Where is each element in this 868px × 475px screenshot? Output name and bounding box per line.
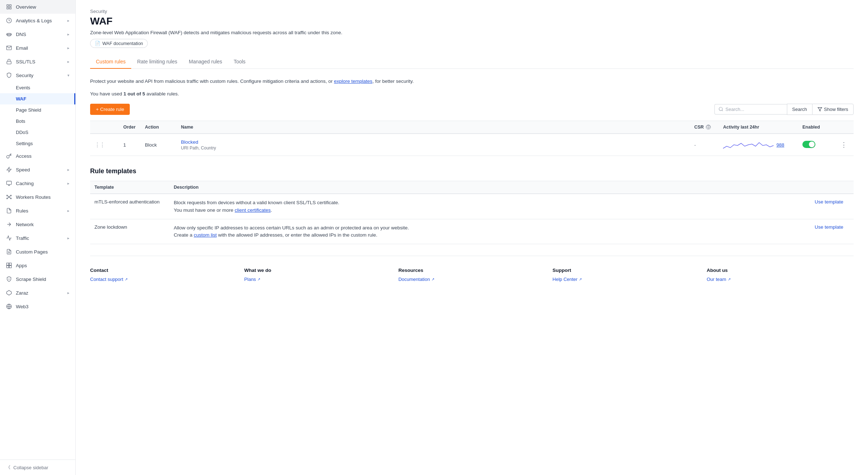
template-row-zone-lockdown: Zone lockdown Allow only specific IP add… xyxy=(90,219,854,244)
sidebar-item-dns-label: DNS xyxy=(16,32,26,37)
sidebar-item-speed[interactable]: Speed ▸ xyxy=(0,163,75,176)
drag-handle[interactable]: ⋮⋮ xyxy=(94,142,105,148)
page-label: Security xyxy=(90,9,854,14)
chevron-zaraz-icon: ▸ xyxy=(67,291,70,295)
sidebar-item-ssl-tls[interactable]: SSL/TLS ▸ xyxy=(0,55,75,68)
sidebar-item-workers-routes[interactable]: Workers Routes xyxy=(0,190,75,204)
footer-contact-support-link[interactable]: Contact support ↗ xyxy=(90,277,237,282)
client-cert-link[interactable]: client certificates xyxy=(235,207,271,213)
sidebar-item-scrape-shield-label: Scrape Shield xyxy=(16,277,46,282)
sidebar-item-scrape-shield[interactable]: Scrape Shield xyxy=(0,272,75,286)
use-template-button-mtls[interactable]: Use template xyxy=(815,199,843,205)
sidebar-item-web3-label: Web3 xyxy=(16,304,28,309)
footer-our-team-link[interactable]: Our team ↗ xyxy=(707,277,854,282)
shield-icon xyxy=(6,72,12,79)
sidebar-item-apps[interactable]: Apps xyxy=(0,259,75,272)
sparkline-chart xyxy=(723,138,774,151)
sidebar-item-ssl-label: SSL/TLS xyxy=(16,59,35,64)
footer-resources-title: Resources xyxy=(398,268,545,273)
tab-tools[interactable]: Tools xyxy=(228,55,251,69)
svg-point-31 xyxy=(719,107,722,111)
rule-sub-label: URI Path, Country xyxy=(181,145,686,151)
csr-info-icon[interactable]: ⓘ xyxy=(706,125,711,130)
collapse-sidebar-button[interactable]: 《 Collapse sidebar xyxy=(0,460,75,475)
sidebar-sub-page-shield-label: Page Shield xyxy=(16,107,41,113)
sidebar-item-email-label: Email xyxy=(16,45,28,51)
sidebar-item-caching[interactable]: Caching ▸ xyxy=(0,176,75,190)
sidebar-item-security-label: Security xyxy=(16,73,34,78)
svg-rect-8 xyxy=(7,61,11,64)
sidebar-item-email[interactable]: Email ▸ xyxy=(0,41,75,55)
svg-marker-10 xyxy=(7,167,11,172)
cache-icon xyxy=(6,180,12,187)
activity-cell: 988 xyxy=(719,134,798,156)
sidebar-item-traffic[interactable]: Traffic ▸ xyxy=(0,231,75,245)
name-cell: Blocked URI Path, Country xyxy=(177,134,690,156)
create-rule-label: + Create rule xyxy=(96,107,124,112)
explore-templates-link[interactable]: explore templates xyxy=(334,79,373,84)
rule-toggle[interactable] xyxy=(802,141,815,148)
sidebar-item-zaraz[interactable]: Zaraz ▸ xyxy=(0,286,75,300)
footer-col-about: About us Our team ↗ xyxy=(707,268,854,284)
svg-rect-23 xyxy=(6,263,9,265)
use-template-button-zone-lockdown[interactable]: Use template xyxy=(815,224,843,230)
protect-description: Protect your website and API from malici… xyxy=(90,77,854,85)
activity-count: 988 xyxy=(776,142,784,148)
sidebar-item-web3[interactable]: Web3 xyxy=(0,300,75,313)
search-input[interactable] xyxy=(726,107,783,112)
footer-plans-link[interactable]: Plans ↗ xyxy=(244,277,391,282)
svg-point-9 xyxy=(6,156,9,158)
more-actions-button[interactable]: ⋮ xyxy=(838,140,849,149)
sidebar-item-analytics[interactable]: Analytics & Logs ▸ xyxy=(0,14,75,27)
tab-rate-limiting[interactable]: Rate limiting rules xyxy=(131,55,183,69)
search-button[interactable]: Search xyxy=(787,104,812,115)
csr-cell: - xyxy=(690,134,719,156)
tab-managed-rules[interactable]: Managed rules xyxy=(183,55,228,69)
template-name-zone-lockdown: Zone lockdown xyxy=(90,219,169,244)
search-input-wrap xyxy=(714,104,787,115)
zaraz-icon xyxy=(6,290,12,296)
sidebar-item-caching-label: Caching xyxy=(16,181,34,186)
sidebar-item-rules[interactable]: Rules ▸ xyxy=(0,204,75,218)
main-content: Security WAF Zone-level Web Application … xyxy=(76,0,868,475)
sidebar-sub-settings-label: Settings xyxy=(16,141,33,146)
rule-name-link[interactable]: Blocked xyxy=(181,139,198,145)
page-title: WAF xyxy=(90,15,854,27)
sidebar-item-custom-pages[interactable]: Custom Pages xyxy=(0,245,75,259)
chevron-dns-icon: ▸ xyxy=(67,32,70,37)
footer-docs-link[interactable]: Documentation ↗ xyxy=(398,277,545,282)
sidebar-item-network[interactable]: Network xyxy=(0,218,75,231)
footer-what-we-do-title: What we do xyxy=(244,268,391,273)
sidebar-sub-page-shield[interactable]: Page Shield xyxy=(0,104,75,116)
show-filters-button[interactable]: Show filters xyxy=(812,104,854,115)
sidebar-item-custom-pages-label: Custom Pages xyxy=(16,249,48,255)
col-enabled: Enabled xyxy=(798,121,834,134)
sidebar-item-rules-label: Rules xyxy=(16,208,28,214)
table-row: ⋮⋮ 1 Block Blocked URI Path, Country - xyxy=(90,134,854,156)
tab-bar: Custom rules Rate limiting rules Managed… xyxy=(90,55,854,69)
email-icon xyxy=(6,45,12,51)
sidebar-item-workers-label: Workers Routes xyxy=(16,194,51,200)
rules-icon xyxy=(6,207,12,214)
footer-col-support: Support Help Center ↗ xyxy=(553,268,700,284)
svg-line-17 xyxy=(8,196,9,197)
waf-doc-link[interactable]: 📄 WAF documentation xyxy=(90,39,148,48)
page-description: Zone-level Web Application Firewall (WAF… xyxy=(90,30,854,35)
sidebar-item-security[interactable]: Security ▾ xyxy=(0,68,75,82)
sidebar-sub-settings[interactable]: Settings xyxy=(0,138,75,149)
sidebar-item-access[interactable]: Access xyxy=(0,149,75,163)
sidebar-sub-events[interactable]: Events xyxy=(0,82,75,93)
tab-custom-rules[interactable]: Custom rules xyxy=(90,55,131,69)
create-rule-button[interactable]: + Create rule xyxy=(90,104,130,115)
svg-marker-28 xyxy=(6,290,11,295)
sidebar-sub-ddos[interactable]: DDoS xyxy=(0,127,75,138)
rules-toolbar: + Create rule Search Show filters xyxy=(90,104,854,115)
sidebar-item-dns[interactable]: DNS ▸ xyxy=(0,27,75,41)
sidebar-sub-waf[interactable]: WAF xyxy=(0,93,75,104)
sidebar-item-overview[interactable]: Overview xyxy=(0,0,75,14)
footer-support-title: Support xyxy=(553,268,700,273)
footer-help-center-link[interactable]: Help Center ↗ xyxy=(553,277,700,282)
col-template: Template xyxy=(90,181,169,194)
sidebar-sub-bots[interactable]: Bots xyxy=(0,116,75,127)
custom-list-link[interactable]: custom list xyxy=(194,232,217,238)
